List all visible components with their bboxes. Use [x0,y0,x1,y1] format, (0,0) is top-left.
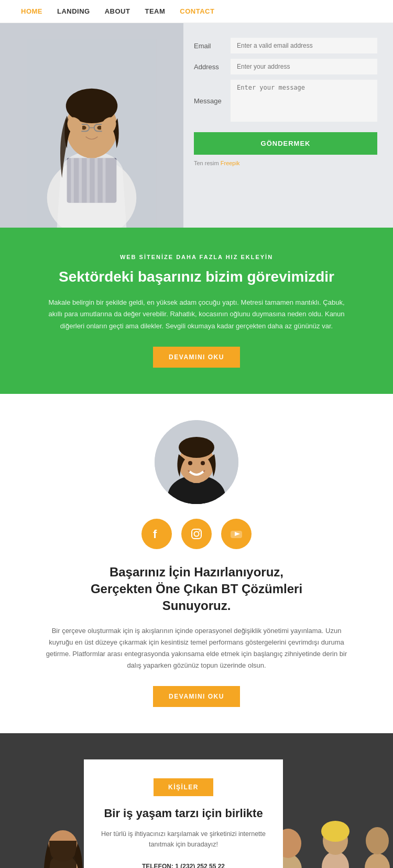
team-section: KİŞİLER Bir iş yaşam tarzı için birlikte… [0,733,393,868]
youtube-icon[interactable] [221,519,252,549]
team-info: TELEFON: 1 (232) 252 55 22 YER: 75 SOKAK… [100,860,267,868]
svg-rect-38 [49,841,77,868]
contact-person-image [0,23,183,228]
profile-avatar [155,420,238,504]
svg-point-23 [179,437,214,458]
address-input[interactable] [231,59,377,74]
profile-read-more-button[interactable]: DEVAMINI OKU [153,686,240,707]
green-text: Makale belirgin bir şekilde geldi, en yü… [42,297,351,331]
nav-landing[interactable]: LANDING [57,7,90,15]
message-label: Message [194,97,231,105]
social-icons: f [42,519,351,549]
svg-point-24 [188,461,192,465]
message-input[interactable] [231,80,377,122]
email-row: Email [194,38,377,53]
nav-about[interactable]: ABOUT [105,7,130,15]
contact-section: Email Address Message GÖNDERMEK Ten resi… [0,23,393,228]
svg-point-29 [199,530,200,531]
address-label: Address [194,63,231,71]
message-row: Message [194,80,377,122]
svg-text:f: f [153,528,157,541]
form-credit: Ten resim Freepik [194,160,377,166]
team-card: KİŞİLER Bir iş yaşam tarzı için birlikte… [84,759,283,868]
kisiler-button[interactable]: KİŞİLER [154,778,213,796]
contact-form-area: Email Address Message GÖNDERMEK Ten resi… [183,23,393,228]
green-subtitle: WEB SİTENİZE DAHA FAZLA HIZ EKLEYİN [42,254,351,260]
green-read-more-button[interactable]: DEVAMINI OKU [153,347,240,368]
nav-contact[interactable]: CONTACT [180,7,214,15]
email-input[interactable] [231,38,377,53]
profile-title: Başarınız İçin Hazırlanıyoruz,Gerçekten … [42,564,351,615]
email-label: Email [194,42,231,50]
nav-home[interactable]: HOME [21,7,42,15]
team-desc: Her türlü iş ihtiyacınızı karşılamak ve … [100,829,267,850]
facebook-icon[interactable]: f [141,519,172,549]
svg-point-25 [201,461,205,465]
freepik-link[interactable]: Freepik [221,160,240,166]
submit-button[interactable]: GÖNDERMEK [194,132,377,155]
navigation: HOME LANDING ABOUT TEAM CONTACT [0,0,393,23]
profile-section: f Başarınız İçin Hazırlanıyoruz,Gerçekte… [0,394,393,734]
svg-point-47 [321,821,350,842]
green-title: Sektördeki başarınız bizim görevimizdir [42,267,351,286]
team-phone: TELEFON: 1 (232) 252 55 22 [100,860,267,868]
team-title: Bir iş yaşam tarzı için birlikte [100,806,267,821]
svg-point-28 [194,531,199,536]
green-section: WEB SİTENİZE DAHA FAZLA HIZ EKLEYİN Sekt… [0,228,393,394]
address-row: Address [194,59,377,74]
nav-team[interactable]: TEAM [145,7,165,15]
instagram-icon[interactable] [181,519,212,549]
profile-text: Bir çerçeve oluşturmak için iş akışların… [42,625,351,671]
svg-rect-20 [177,480,216,504]
svg-point-51 [366,827,389,854]
